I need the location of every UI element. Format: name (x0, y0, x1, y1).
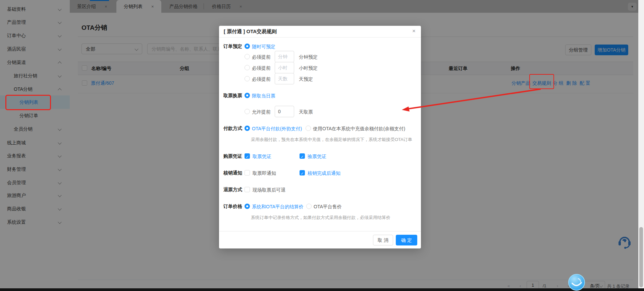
modal-footer-divider (219, 231, 421, 231)
field-label-order-booking: 订单预定 (223, 44, 242, 50)
checkbox-label-onsite-refund[interactable]: 现场取票后可退 (253, 187, 285, 193)
checkbox-label-verify-voucher[interactable]: 验票凭证 (308, 154, 326, 159)
radio-advance-pickup[interactable] (245, 109, 250, 114)
close-icon[interactable]: × (412, 28, 416, 34)
chat-helper-bubble[interactable] (568, 274, 585, 291)
radio-label-book-anytime[interactable]: 随时可预定 (252, 44, 275, 49)
field-label-ticket-pickup: 取票换票 (223, 93, 242, 99)
radio-balance-payment[interactable] (306, 126, 311, 131)
radio-book-anytime[interactable] (245, 44, 250, 49)
radio-book-advance-minutes[interactable] (245, 54, 250, 59)
checkbox-pickup-voucher[interactable] (245, 153, 250, 159)
radio-book-advance-days[interactable] (245, 76, 250, 81)
scrollbar-thumb[interactable] (639, 227, 643, 287)
field-label-refund-method: 退票方式 (223, 187, 242, 193)
days-input[interactable] (275, 73, 294, 84)
advance-days-input[interactable] (275, 106, 294, 117)
radio-settlement-price[interactable] (245, 204, 250, 209)
checkbox-notify-on-pickup[interactable] (245, 170, 250, 175)
radio-label-must-advance[interactable]: 必须提前 (252, 65, 271, 71)
ok-button[interactable]: 确 定 (396, 235, 417, 245)
radio-book-advance-hours[interactable] (245, 65, 250, 70)
modal-title: [ 票付通 ] OTA交易规则 (224, 28, 277, 35)
hours-input[interactable] (275, 62, 294, 73)
minutes-suffix-label: 分钟预定 (299, 54, 318, 60)
field-label-payment-method: 付款方式 (223, 126, 242, 132)
radio-label-must-advance[interactable]: 必须提前 (252, 54, 271, 60)
checkbox-notify-on-done[interactable] (300, 170, 305, 175)
checkbox-label-notify-on-done[interactable]: 核销完成后通知 (308, 170, 340, 176)
radio-ota-sale-price[interactable] (306, 204, 312, 209)
hours-suffix-label: 小时预定 (299, 65, 318, 71)
modal-header-divider (219, 37, 421, 38)
radio-label-ota-sale-price[interactable]: OTA平台售价 (314, 204, 342, 209)
radio-label-settlement-price[interactable]: 系统和OTA平台的结算价 (252, 204, 304, 209)
days-suffix-label: 天预定 (299, 76, 313, 82)
app-window: 基础资料 产品管理 订单中心 酒店民宿 分销渠道 旅行社分销 OTA分销 分销列… (0, 0, 644, 291)
checkbox-label-pickup-voucher[interactable]: 取票凭证 (253, 154, 271, 159)
minutes-input[interactable] (275, 51, 294, 62)
field-label-verification-notice: 核销通知 (223, 170, 242, 176)
radio-label-same-day-ticket[interactable]: 限取当日票 (252, 93, 275, 98)
checkbox-label-notify-on-pickup[interactable]: 取票即通知 (253, 170, 276, 176)
radio-label-ota-platform-payment[interactable]: OTA平台付款(外协支付) (252, 126, 302, 131)
bottom-bar (0, 288, 644, 291)
checkbox-onsite-refund[interactable] (245, 187, 250, 192)
radio-label-balance-payment[interactable]: 使用OTA在本系统中充值余额付款(余额支付) (313, 126, 405, 131)
payment-hint: 采用余额付款，预先在本系统中充值，在余额足够的情况下，系统才能接受OTA订单 (251, 137, 412, 143)
field-label-ticket-voucher: 购票凭证 (223, 153, 242, 159)
radio-same-day-ticket[interactable] (245, 93, 250, 98)
price-hint: 系统订单中记录价格方式，如果付款方式采用余额付款，必须采用结算价 (251, 215, 390, 221)
field-label-order-price: 订单价格 (223, 204, 242, 210)
radio-label-must-advance[interactable]: 必须提前 (252, 76, 271, 82)
cancel-button[interactable]: 取 消 (373, 235, 393, 245)
advance-pickup-suffix-label: 天取票 (299, 109, 313, 115)
trade-rules-modal: [ 票付通 ] OTA交易规则 × 订单预定 随时可预定 必须提前 分钟预定 必… (219, 26, 421, 248)
page-scrollbar[interactable] (638, 0, 644, 288)
radio-ota-platform-payment[interactable] (245, 126, 250, 131)
checkbox-verify-voucher[interactable] (300, 153, 305, 159)
radio-label-advance-pickup[interactable]: 允许提前 (252, 109, 271, 115)
